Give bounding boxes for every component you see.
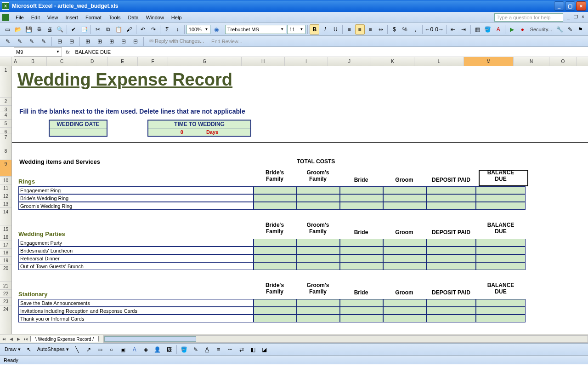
close-button[interactable]: × — [576, 1, 586, 11]
col-E[interactable]: E — [107, 57, 138, 66]
tab-first[interactable]: ⏮ — [0, 335, 7, 343]
increase-indent-icon[interactable]: ⇥ — [459, 24, 469, 34]
row-20[interactable]: 20 — [0, 264, 11, 282]
wedding-date-value[interactable] — [49, 128, 107, 137]
table-cell[interactable] — [476, 299, 526, 307]
3d-icon[interactable]: ◪ — [260, 345, 270, 355]
font-name-combo[interactable]: Trebuchet MS▼ — [225, 25, 286, 34]
security-button[interactable]: Security... — [528, 27, 554, 32]
sheet-tab[interactable]: \ Wedding Expense Record / — [30, 336, 99, 342]
preview-icon[interactable]: 🔍 — [55, 24, 65, 34]
permission-icon[interactable]: 🖶 — [34, 24, 44, 34]
table-cell[interactable] — [383, 186, 426, 194]
menu-edit[interactable]: Edit — [28, 14, 44, 21]
tab-last[interactable]: ⏭ — [22, 335, 29, 343]
row-23[interactable]: 23 — [0, 298, 11, 305]
decrease-indent-icon[interactable]: ⇤ — [448, 24, 458, 34]
table-cell[interactable] — [297, 262, 340, 270]
bold-icon[interactable]: B — [310, 24, 319, 34]
row-4[interactable]: 4 — [0, 111, 11, 120]
table-cell[interactable] — [426, 186, 476, 194]
table-cell[interactable] — [297, 186, 340, 194]
table-cell[interactable] — [426, 247, 476, 254]
linecolor-icon[interactable]: ✎ — [191, 345, 201, 355]
table-cell[interactable] — [254, 194, 297, 202]
wordart-icon[interactable]: A — [130, 345, 140, 355]
rev6-icon[interactable]: ⊟ — [67, 36, 77, 46]
row-11[interactable]: 11 — [0, 184, 11, 192]
font-color-icon[interactable]: A — [493, 24, 503, 34]
table-cell[interactable] — [340, 247, 383, 254]
row-2[interactable]: 2 — [0, 98, 11, 106]
row-9[interactable]: 9 — [0, 160, 11, 177]
align-left-icon[interactable]: ≡ — [345, 24, 354, 34]
table-cell[interactable] — [340, 299, 383, 307]
row-5[interactable]: 5 — [0, 120, 11, 128]
table-cell[interactable] — [383, 262, 426, 270]
row-16[interactable]: 16 — [0, 233, 11, 241]
col-H[interactable]: H — [242, 57, 285, 66]
col-A[interactable]: A — [12, 57, 19, 66]
table-row[interactable]: Bride's Wedding Ring — [18, 194, 254, 202]
menu-help[interactable]: Help — [168, 14, 186, 21]
name-box[interactable]: M9▼ — [14, 47, 62, 57]
save-icon[interactable]: 💾 — [24, 24, 34, 34]
table-cell[interactable] — [426, 202, 476, 210]
row-22[interactable]: 22 — [0, 290, 11, 298]
line-icon[interactable]: ╲ — [72, 345, 82, 355]
new-icon[interactable]: ▭ — [3, 24, 12, 34]
arrow-icon[interactable]: ↗ — [84, 345, 94, 355]
table-cell[interactable] — [340, 262, 383, 270]
col-K[interactable]: K — [371, 57, 414, 66]
borders-icon[interactable]: ▦ — [473, 24, 482, 34]
row-13[interactable]: 13 — [0, 200, 11, 208]
redo-icon[interactable]: ↷ — [148, 24, 158, 34]
col-J[interactable]: J — [328, 57, 371, 66]
table-cell[interactable] — [297, 315, 340, 322]
decrease-decimal-icon[interactable]: 0→ — [435, 24, 444, 34]
tab-next[interactable]: ▶ — [15, 335, 22, 343]
percent-icon[interactable]: % — [400, 24, 410, 34]
comma-icon[interactable]: , — [411, 24, 420, 34]
table-row[interactable]: Bridesmaids' Luncheon — [18, 247, 254, 254]
align-center-icon[interactable]: ≡ — [355, 24, 365, 34]
undo-icon[interactable]: ↶ — [138, 24, 148, 34]
rev8-icon[interactable]: ⊞ — [95, 36, 105, 46]
row-17[interactable]: 17 — [0, 241, 11, 249]
rev7-icon[interactable]: ⊞ — [83, 36, 93, 46]
format-painter-icon[interactable]: 🖌 — [124, 24, 134, 34]
tool1-icon[interactable]: 🔧 — [555, 24, 565, 34]
row-3[interactable]: 3 — [0, 106, 11, 111]
table-cell[interactable] — [254, 247, 297, 254]
rev5-icon[interactable]: ⊟ — [55, 36, 65, 46]
table-cell[interactable] — [297, 194, 340, 202]
draw-menu[interactable]: Draw ▾ — [3, 346, 23, 352]
col-N[interactable]: N — [514, 57, 549, 66]
row-19[interactable]: 19 — [0, 257, 11, 264]
italic-icon[interactable]: I — [320, 24, 330, 34]
row-7[interactable]: 7 — [0, 133, 11, 147]
table-cell[interactable] — [340, 254, 383, 262]
fill-color-icon[interactable]: 🪣 — [483, 24, 492, 34]
table-cell[interactable] — [297, 247, 340, 254]
row-8[interactable]: 8 — [0, 147, 11, 160]
table-cell[interactable] — [476, 307, 526, 315]
table-cell[interactable] — [426, 194, 476, 202]
table-cell[interactable] — [426, 315, 476, 322]
table-cell[interactable] — [297, 299, 340, 307]
table-cell[interactable] — [383, 254, 426, 262]
table-cell[interactable] — [340, 315, 383, 322]
row-1[interactable]: 1 — [0, 66, 11, 98]
table-cell[interactable] — [383, 194, 426, 202]
table-cell[interactable] — [297, 202, 340, 210]
table-row[interactable]: Thank you or Informal Cards — [18, 315, 254, 322]
select-objects-icon[interactable]: ↖ — [24, 345, 34, 355]
fontcolor2-icon[interactable]: A — [202, 345, 212, 355]
table-row[interactable]: Save the Date Announcements — [18, 299, 254, 307]
table-cell[interactable] — [297, 307, 340, 315]
horizontal-scrollbar[interactable] — [103, 335, 588, 343]
table-cell[interactable] — [476, 186, 526, 194]
table-cell[interactable] — [297, 239, 340, 247]
rev2-icon[interactable]: ✎ — [15, 36, 25, 46]
align-right-icon[interactable]: ≡ — [366, 24, 375, 34]
